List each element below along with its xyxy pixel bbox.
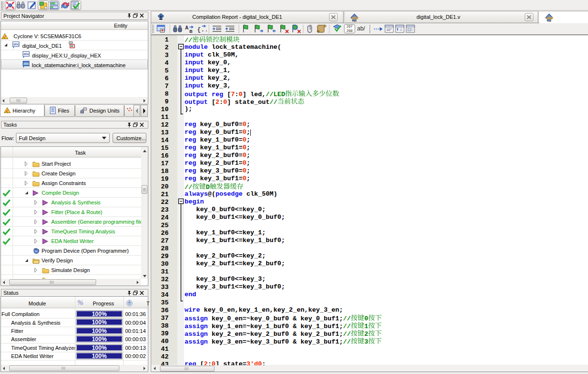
svg-text:abc: abc <box>546 15 554 20</box>
svg-text:A: A <box>185 25 188 30</box>
svg-text:{..}: {..} <box>197 26 207 33</box>
svg-text:B: B <box>189 29 193 33</box>
svg-text:abc: abc <box>24 61 29 66</box>
svg-text:abc: abc <box>352 15 359 20</box>
svg-text:abc: abc <box>24 52 29 56</box>
svg-text:abc: abc <box>14 42 19 46</box>
